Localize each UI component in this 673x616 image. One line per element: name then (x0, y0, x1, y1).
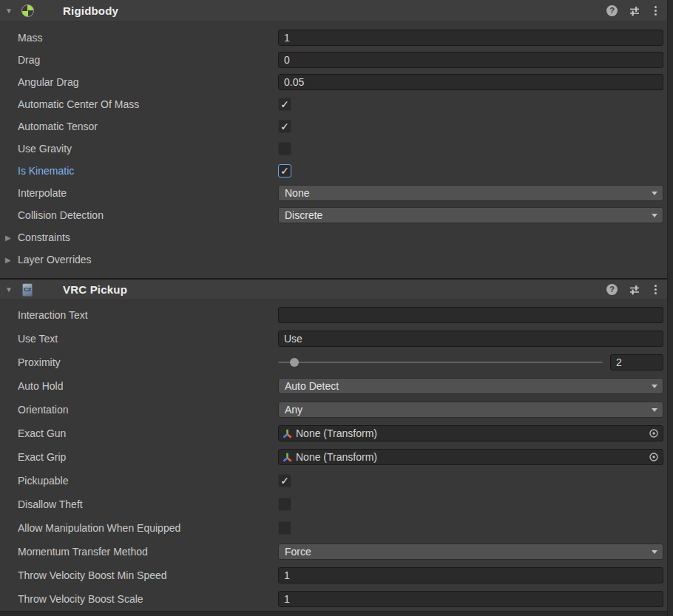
property-label: Is Kinematic (18, 165, 278, 177)
property-label: Automatic Tensor (18, 121, 278, 132)
is-kinematic-checkbox[interactable]: ✓ (278, 164, 291, 177)
momentum-transfer-method-dropdown[interactable]: Force (278, 544, 663, 560)
foldout-open-icon[interactable]: ▼ (5, 286, 16, 294)
property-field-area (278, 498, 663, 511)
angular-drag-input[interactable] (278, 74, 663, 90)
throw-velocity-boost-min-speed-input[interactable] (278, 567, 663, 583)
interpolate-dropdown[interactable]: None (278, 185, 663, 201)
row-automatic-tensor: Automatic Tensor✓ (0, 115, 673, 138)
property-field-area: ✓ (278, 98, 663, 111)
exact-gun-object-field[interactable]: None (Transform) (278, 425, 663, 441)
dropdown-value: Force (285, 546, 311, 558)
property-label: Orientation (18, 404, 278, 416)
mass-input[interactable] (278, 30, 663, 46)
property-field-area (278, 354, 663, 370)
slider-thumb[interactable] (290, 358, 299, 367)
row-interaction-text: Interaction Text (0, 303, 673, 327)
rigidbody-icon (21, 4, 34, 18)
property-field-area (278, 521, 663, 535)
foldout-closed-icon[interactable]: ▶ (5, 256, 18, 264)
property-label: Interpolate (18, 187, 278, 199)
component-header-rigidbody[interactable]: ▼Rigidbody? (0, 0, 673, 22)
csharp-script-icon: C# (21, 282, 34, 297)
row-auto-hold: Auto HoldAuto Detect (0, 374, 673, 398)
property-label: Mass (18, 32, 278, 44)
property-field-area (278, 591, 663, 607)
object-picker-icon[interactable] (648, 451, 660, 463)
row-drag: Drag (0, 49, 673, 71)
foldout-label: Layer Overrides (18, 254, 92, 265)
property-label: Allow Manipulation When Equipped (18, 522, 278, 534)
property-field-area: None (278, 185, 663, 201)
inspector-panel: ▼Rigidbody?MassDragAngular DragAutomatic… (0, 0, 673, 611)
foldout-closed-icon[interactable]: ▶ (5, 234, 18, 242)
disallow-theft-checkbox[interactable] (278, 498, 291, 511)
object-field-value: None (Transform) (296, 451, 377, 463)
transform-icon (282, 428, 293, 439)
row-collision-detection: Collision DetectionDiscrete (0, 204, 673, 226)
allow-manipulation-when-equipped-checkbox[interactable] (278, 521, 291, 535)
foldout-constraints[interactable]: ▶Constraints (0, 226, 673, 248)
property-label: Collision Detection (18, 209, 278, 221)
property-label: Throw Velocity Boost Scale (18, 593, 278, 605)
vertical-scrollbar[interactable] (667, 0, 673, 616)
row-pickupable: Pickupable✓ (0, 469, 673, 493)
kebab-menu-icon[interactable] (651, 285, 660, 294)
component-body-vrc-pickup: Interaction TextUse TextProximityAuto Ho… (0, 300, 673, 611)
chevron-down-icon (652, 385, 657, 391)
orientation-dropdown[interactable]: Any (278, 402, 663, 418)
property-field-area (278, 307, 663, 323)
property-label: Exact Gun (18, 427, 278, 439)
property-field-area: None (Transform) (278, 449, 663, 465)
throw-velocity-boost-scale-input[interactable] (278, 591, 663, 607)
row-mass: Mass (0, 27, 673, 49)
foldout-label: Constraints (18, 231, 70, 243)
component-body-rigidbody: MassDragAngular DragAutomatic Center Of … (0, 22, 673, 278)
help-icon[interactable]: ? (606, 284, 618, 295)
property-label: Drag (18, 54, 278, 66)
foldout-open-icon[interactable]: ▼ (5, 7, 16, 15)
row-is-kinematic: Is Kinematic✓ (0, 160, 673, 182)
chevron-down-icon (652, 214, 657, 220)
interaction-text-input[interactable] (278, 307, 663, 323)
property-field-area: ✓ (278, 120, 663, 133)
property-field-area: Any (278, 402, 663, 418)
exact-grip-object-field[interactable]: None (Transform) (278, 449, 663, 465)
row-exact-gun: Exact GunNone (Transform) (0, 422, 673, 445)
property-label: Use Gravity (18, 143, 278, 155)
automatic-center-of-mass-checkbox[interactable]: ✓ (278, 98, 291, 111)
help-icon[interactable]: ? (606, 5, 618, 16)
property-field-area (278, 74, 663, 90)
property-label: Proximity (18, 356, 278, 368)
collision-detection-dropdown[interactable]: Discrete (278, 207, 663, 223)
property-field-area (278, 567, 663, 583)
row-allow-manipulation-when-equipped: Allow Manipulation When Equipped (0, 516, 673, 540)
object-field-value: None (Transform) (296, 427, 377, 439)
automatic-tensor-checkbox[interactable]: ✓ (278, 120, 291, 133)
property-label: Pickupable (18, 475, 278, 487)
chevron-down-icon (652, 408, 657, 415)
object-picker-icon[interactable] (648, 427, 660, 439)
proximity-input[interactable] (610, 354, 663, 370)
use-text-input[interactable] (278, 331, 663, 347)
dropdown-value: Auto Detect (285, 380, 339, 392)
component-header-vrc-pickup[interactable]: ▼C#VRC Pickup? (0, 278, 673, 300)
presets-icon[interactable] (629, 284, 651, 296)
use-gravity-checkbox[interactable] (278, 142, 291, 155)
row-automatic-center-of-mass: Automatic Center Of Mass✓ (0, 93, 673, 115)
proximity-slider[interactable] (278, 354, 603, 370)
row-momentum-transfer-method: Momentum Transfer MethodForce (0, 540, 673, 563)
drag-input[interactable] (278, 52, 663, 68)
csharp-script-icon-glyph: C# (22, 283, 33, 297)
property-field-area: ✓ (278, 164, 663, 177)
slider-track (278, 362, 603, 363)
dropdown-value: None (285, 187, 309, 199)
checkmark-icon: ✓ (280, 166, 289, 176)
kebab-menu-icon[interactable] (651, 6, 660, 16)
row-throw-velocity-boost-min-speed: Throw Velocity Boost Min Speed (0, 563, 673, 587)
auto-hold-dropdown[interactable]: Auto Detect (278, 378, 663, 394)
row-exact-grip: Exact GripNone (Transform) (0, 445, 673, 469)
foldout-layer-overrides[interactable]: ▶Layer Overrides (0, 248, 673, 271)
pickupable-checkbox[interactable]: ✓ (278, 474, 291, 487)
presets-icon[interactable] (629, 5, 651, 17)
